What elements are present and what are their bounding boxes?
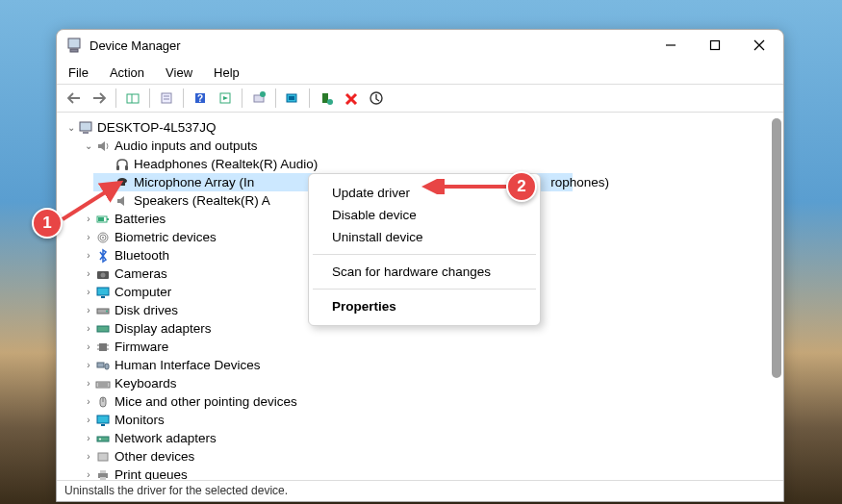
category-label: Network adapters: [115, 429, 217, 447]
chevron-right-icon[interactable]: ›: [82, 228, 95, 246]
keyboard-icon: [95, 376, 111, 391]
device-label: Speakers (Realtek(R) A: [134, 191, 270, 210]
category-label: Audio inputs and outputs: [115, 137, 258, 155]
disk-icon: [95, 303, 111, 318]
toolbar-separator: [115, 88, 116, 108]
status-text: Uninstalls the driver for the selected d…: [64, 484, 288, 497]
category-label: Monitors: [115, 411, 165, 429]
callout-1: 1: [32, 208, 63, 239]
microphone-icon: [115, 175, 130, 190]
svg-rect-45: [97, 363, 104, 367]
category-audio[interactable]: ⌄ Audio inputs and outputs: [64, 137, 781, 155]
chevron-right-icon[interactable]: ›: [82, 392, 95, 411]
window-title: Device Manager: [89, 38, 649, 53]
mouse-icon: [95, 394, 111, 410]
category-label: Batteries: [115, 210, 166, 228]
chevron-right-icon[interactable]: ›: [82, 374, 95, 392]
menu-item-disable-device[interactable]: Disable device: [309, 204, 540, 226]
menu-view[interactable]: View: [162, 63, 196, 82]
network-icon: [95, 431, 111, 446]
category-firmware[interactable]: ›Firmware: [64, 338, 781, 356]
menu-help[interactable]: Help: [210, 63, 243, 82]
category-label: Other devices: [115, 447, 194, 466]
properties-button[interactable]: [155, 87, 178, 110]
svg-rect-53: [101, 424, 105, 426]
category-label: Disk drives: [115, 301, 178, 319]
chevron-right-icon[interactable]: ›: [82, 283, 95, 301]
category-label: Display adapters: [115, 319, 212, 338]
chevron-right-icon[interactable]: ›: [82, 411, 95, 429]
chevron-right-icon[interactable]: ›: [82, 447, 95, 466]
close-button[interactable]: [737, 30, 781, 61]
root-node[interactable]: ⌄ DESKTOP-4L537JQ: [64, 118, 781, 137]
category-monitors[interactable]: ›Monitors: [64, 411, 781, 429]
menu-item-scan-hardware[interactable]: Scan for hardware changes: [309, 261, 540, 283]
svg-rect-8: [162, 93, 171, 103]
category-mice[interactable]: ›Mice and other pointing devices: [64, 392, 781, 411]
svg-rect-29: [98, 217, 104, 221]
chevron-right-icon[interactable]: ›: [82, 246, 95, 265]
chevron-right-icon[interactable]: ›: [82, 338, 95, 356]
svg-rect-21: [80, 122, 91, 131]
chevron-down-icon[interactable]: ⌄: [64, 118, 78, 137]
svg-point-15: [260, 91, 266, 97]
menu-item-properties[interactable]: Properties: [309, 295, 540, 317]
chevron-right-icon[interactable]: ›: [82, 301, 95, 319]
category-label: Firmware: [115, 338, 168, 356]
bluetooth-icon: [95, 248, 111, 264]
svg-point-32: [102, 237, 104, 239]
category-network[interactable]: ›Network adapters: [64, 429, 781, 447]
category-print[interactable]: ›Print queues: [64, 466, 781, 480]
category-keyboards[interactable]: ›Keyboards: [64, 374, 781, 392]
svg-rect-59: [100, 477, 106, 480]
svg-rect-3: [711, 41, 720, 50]
menu-item-update-driver[interactable]: Update driver: [309, 182, 540, 204]
svg-rect-40: [99, 343, 107, 351]
maximize-button[interactable]: [693, 30, 737, 61]
menu-action[interactable]: Action: [106, 63, 148, 82]
back-button[interactable]: [63, 87, 86, 110]
svg-rect-23: [116, 165, 119, 170]
enable-button[interactable]: [315, 87, 338, 110]
svg-rect-47: [96, 382, 110, 388]
chevron-right-icon[interactable]: ›: [82, 210, 95, 228]
category-label: Computer: [115, 283, 171, 301]
speaker-icon: [95, 139, 111, 154]
headphones-icon: [115, 157, 130, 172]
printer-icon: [95, 467, 111, 481]
menu-item-uninstall-device[interactable]: Uninstall device: [309, 226, 540, 248]
chevron-down-icon[interactable]: ⌄: [82, 137, 95, 155]
svg-rect-6: [127, 94, 139, 103]
uninstall-button[interactable]: [340, 87, 363, 110]
device-label-tail: rophones): [550, 173, 609, 191]
chevron-right-icon[interactable]: ›: [82, 356, 95, 374]
chevron-right-icon[interactable]: ›: [82, 319, 95, 338]
help-button[interactable]: ?: [189, 87, 212, 110]
forward-button[interactable]: [88, 87, 111, 110]
chevron-right-icon[interactable]: ›: [82, 265, 95, 283]
category-other[interactable]: ›Other devices: [64, 447, 781, 466]
svg-point-19: [327, 99, 333, 105]
category-label: Mice and other pointing devices: [115, 392, 297, 411]
show-hide-tree-button[interactable]: [121, 87, 144, 110]
chevron-right-icon[interactable]: ›: [82, 466, 95, 480]
device-headphones[interactable]: Headphones (Realtek(R) Audio): [64, 155, 781, 173]
category-label: Print queues: [115, 466, 188, 480]
disable-button[interactable]: [365, 87, 388, 110]
chip-icon: [95, 340, 111, 355]
action-button[interactable]: [214, 87, 237, 110]
svg-point-34: [101, 272, 106, 277]
category-label: Bluetooth: [115, 246, 169, 265]
toolbar-separator: [183, 88, 184, 108]
category-hid[interactable]: ›Human Interface Devices: [64, 356, 781, 374]
scan-hardware-button[interactable]: [281, 87, 304, 110]
minimize-button[interactable]: [649, 30, 693, 61]
chevron-right-icon[interactable]: ›: [82, 429, 95, 447]
battery-icon: [95, 212, 111, 227]
update-driver-button[interactable]: [247, 87, 270, 110]
menu-file[interactable]: File: [64, 63, 92, 82]
category-label: Biometric devices: [115, 228, 217, 246]
toolbar-separator: [242, 88, 242, 108]
svg-rect-22: [83, 132, 89, 134]
device-label: Headphones (Realtek(R) Audio): [134, 155, 318, 173]
